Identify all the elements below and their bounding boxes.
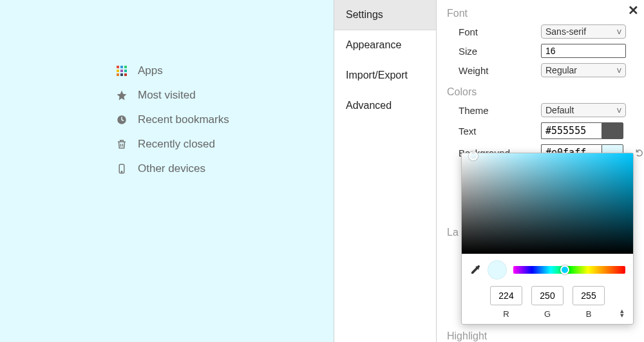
chevron-down-icon: ᐯ bbox=[617, 67, 621, 74]
ntp-item-most-visited[interactable]: Most visited bbox=[116, 89, 229, 102]
bookmark-shortcut-list: Apps Most visited Recent bookmarks Recen… bbox=[116, 64, 229, 175]
ntp-item-label: Apps bbox=[138, 64, 163, 77]
device-icon bbox=[116, 163, 128, 175]
chevron-down-icon: ᐯ bbox=[617, 107, 621, 114]
svg-point-2 bbox=[121, 171, 122, 173]
clock-icon bbox=[116, 114, 128, 126]
color-mode-toggle[interactable]: ▴▾ bbox=[620, 309, 624, 318]
star-icon bbox=[116, 90, 128, 101]
close-icon[interactable]: ✕ bbox=[628, 3, 639, 18]
settings-tab-strip: Settings Appearance Import/Export Advanc… bbox=[334, 0, 437, 342]
reset-icon[interactable] bbox=[635, 148, 644, 157]
rgb-b-input[interactable] bbox=[573, 286, 605, 305]
font-family-select[interactable]: Sans-serif ᐯ bbox=[541, 24, 626, 39]
ntp-item-apps[interactable]: Apps bbox=[116, 64, 229, 77]
font-size-input[interactable] bbox=[541, 44, 626, 58]
text-color-label: Text bbox=[459, 126, 535, 137]
section-header-colors: Colors bbox=[447, 86, 634, 98]
ntp-item-label: Recent bookmarks bbox=[138, 113, 229, 126]
apps-icon bbox=[116, 65, 128, 77]
font-family-label: Font bbox=[459, 26, 535, 37]
font-family-value: Sans-serif bbox=[545, 26, 586, 37]
font-weight-label: Weight bbox=[459, 65, 535, 76]
tab-advanced[interactable]: Advanced bbox=[334, 91, 436, 121]
section-header-layout-partial: La bbox=[447, 227, 459, 238]
hue-slider[interactable] bbox=[513, 266, 625, 274]
ntp-item-label: Other devices bbox=[138, 162, 205, 175]
theme-value: Default bbox=[545, 105, 574, 115]
saturation-value-cursor[interactable] bbox=[469, 151, 478, 160]
ntp-item-label: Recently closed bbox=[138, 138, 215, 151]
chevron-down-icon: ᐯ bbox=[617, 28, 621, 35]
rgb-r-label: R bbox=[503, 309, 509, 319]
trash-icon bbox=[116, 138, 128, 150]
color-picker-popover: R G B ▴▾ bbox=[461, 153, 634, 325]
eyedropper-icon[interactable] bbox=[469, 264, 481, 276]
new-tab-page: Apps Most visited Recent bookmarks Recen… bbox=[0, 0, 334, 342]
rgb-b-label: B bbox=[586, 309, 592, 319]
rgb-g-label: G bbox=[544, 309, 551, 319]
font-size-label: Size bbox=[459, 46, 535, 57]
ntp-item-recent-bookmarks[interactable]: Recent bookmarks bbox=[116, 113, 229, 126]
ntp-item-label: Most visited bbox=[138, 89, 196, 102]
tab-appearance[interactable]: Appearance bbox=[334, 30, 436, 61]
section-header-font: Font bbox=[447, 8, 634, 19]
ntp-item-recently-closed[interactable]: Recently closed bbox=[116, 138, 229, 151]
text-color-swatch[interactable] bbox=[601, 122, 623, 139]
theme-label: Theme bbox=[459, 105, 535, 116]
theme-select[interactable]: Default ᐯ bbox=[541, 103, 626, 117]
font-weight-value: Regular bbox=[545, 65, 577, 75]
saturation-value-area[interactable] bbox=[462, 153, 633, 254]
tab-import-export[interactable]: Import/Export bbox=[334, 61, 436, 91]
rgb-g-input[interactable] bbox=[531, 286, 564, 305]
hue-slider-handle[interactable] bbox=[560, 265, 569, 274]
color-preview-circle bbox=[488, 260, 507, 280]
section-header-highlight-partial: Highlight bbox=[447, 330, 487, 342]
tab-settings[interactable]: Settings bbox=[334, 0, 436, 30]
font-weight-select[interactable]: Regular ᐯ bbox=[541, 63, 626, 77]
text-color-input[interactable] bbox=[541, 122, 601, 139]
rgb-r-input[interactable] bbox=[490, 286, 522, 305]
ntp-item-other-devices[interactable]: Other devices bbox=[116, 162, 229, 175]
